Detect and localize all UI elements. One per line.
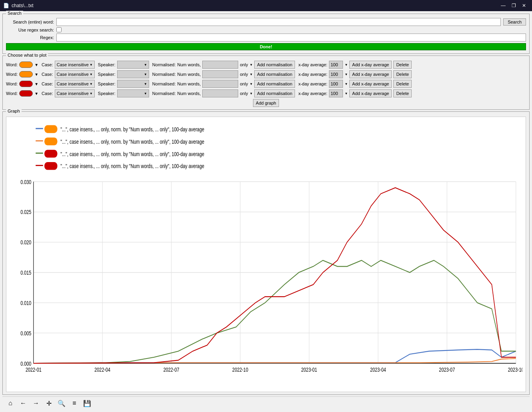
svg-text:"...", case insens., ... only,: "...", case insens., ... only, norm. by … [60,127,204,133]
plot-group-label: Choose what to plot [6,53,48,57]
add-norm-btn-1[interactable]: Add normalisation [254,61,295,69]
add-norm-btn-3[interactable]: Add normalisation [254,80,295,88]
xday-arrow-4[interactable]: ▼ [345,92,348,95]
add-xday-btn-1[interactable]: Add x-day average [349,61,392,69]
xday-input-2[interactable] [329,70,343,78]
maximize-button[interactable]: ❐ [509,2,518,10]
xday-input-1[interactable] [329,61,343,69]
svg-text:2022-07: 2022-07 [163,367,179,373]
word-pill-3[interactable] [19,81,33,87]
word-pill-4[interactable] [19,90,33,97]
norm-suffix-2: only [240,72,248,77]
word-arrow-3[interactable]: ▼ [34,82,38,86]
plot-row-4: Word: ▼ Case: Case insensitive▼ Speaker:… [6,89,526,97]
svg-rect-39 [44,150,58,158]
delete-btn-1[interactable]: Delete [393,61,412,69]
norm-suffix-3: only [240,81,248,86]
progress-text: Done! [260,44,272,49]
xday-arrow-2[interactable]: ▼ [345,73,348,76]
close-button[interactable]: ✕ [519,2,529,10]
norm-arrow-4[interactable]: ▼ [249,92,253,95]
word-pill-1[interactable] [19,61,33,68]
plot-rows-container: Word: ▼ Case: Case insensitive▼ Speaker:… [6,61,526,97]
speaker-dropdown-4[interactable]: ▼ [117,89,149,97]
xday-arrow-3[interactable]: ▼ [345,82,348,86]
regex-checkbox-label: Use regex search: [6,28,54,32]
svg-text:0.015: 0.015 [20,270,31,276]
word-pill-2[interactable] [19,71,33,77]
search-word-label: Search (entire) word: [6,20,54,24]
svg-text:2023-10: 2023-10 [508,367,522,373]
add-graph-button[interactable]: Add graph [253,99,279,107]
home-button[interactable]: ⌂ [6,398,15,408]
search-button[interactable]: Search [503,18,526,26]
norm-prefix-3: Num words, [177,81,201,86]
xday-input-4[interactable] [329,89,343,97]
norm-arrow-1[interactable]: ▼ [249,63,253,67]
norm-suffix-1: only [240,62,248,67]
norm-label-3: Normalised: [152,81,176,86]
word-arrow-1[interactable]: ▼ [34,63,38,67]
delete-btn-2[interactable]: Delete [393,70,412,78]
xday-label-3: x-day average: [298,81,327,86]
svg-text:0.030: 0.030 [20,179,31,185]
norm-input-3[interactable] [202,80,238,88]
case-label-3: Case: [42,81,53,86]
delete-btn-4[interactable]: Delete [393,89,412,97]
regex-checkbox[interactable] [56,27,62,32]
plot-row-2: Word: ▼ Case: Case insensitive▼ Speaker:… [6,70,526,78]
svg-text:2023-07: 2023-07 [439,367,455,373]
title-bar-controls: — ❐ ✕ [498,2,529,10]
word-label-4: Word: [6,91,18,96]
regex-input[interactable] [56,34,526,42]
norm-arrow-3[interactable]: ▼ [249,82,253,86]
svg-text:"...", case insens., ... only,: "...", case insens., ... only, norm. by … [60,151,204,157]
zoom-button[interactable]: 🔍 [57,398,66,408]
add-norm-btn-2[interactable]: Add normalisation [254,70,295,78]
svg-rect-42 [44,162,58,170]
svg-text:"...", case insens., ... only,: "...", case insens., ... only, norm. by … [60,163,204,170]
svg-text:0.025: 0.025 [20,209,31,216]
word-arrow-2[interactable]: ▼ [34,72,38,77]
move-button[interactable]: ✛ [44,398,54,408]
forward-button[interactable]: → [31,398,41,408]
add-xday-btn-4[interactable]: Add x-day average [349,89,392,97]
svg-text:2023-04: 2023-04 [370,367,386,373]
word-arrow-4[interactable]: ▼ [34,91,38,96]
svg-text:0.020: 0.020 [20,240,31,246]
search-word-input[interactable] [56,18,501,26]
svg-text:2022-04: 2022-04 [94,367,110,373]
norm-input-4[interactable] [202,89,238,97]
norm-prefix-4: Num words, [177,91,201,96]
config-button[interactable]: ≡ [70,398,79,408]
case-dropdown-2[interactable]: Case insensitive▼ [55,70,95,78]
speaker-label-1: Speaker: [98,62,116,67]
graph-group-label: Graph [6,109,22,113]
norm-arrow-2[interactable]: ▼ [249,73,253,76]
case-dropdown-4[interactable]: Case insensitive▼ [55,89,95,97]
norm-prefix-2: Num words, [177,72,201,77]
svg-rect-36 [44,137,58,145]
svg-text:0.000: 0.000 [20,360,31,367]
norm-prefix-1: Num words, [177,62,201,67]
xday-input-3[interactable] [329,80,343,88]
search-group: Search Search (entire) word: Search Use … [2,14,530,54]
delete-btn-3[interactable]: Delete [393,80,412,88]
minimize-button[interactable]: — [498,2,508,10]
case-dropdown-1[interactable]: Case insensitive▼ [55,61,95,69]
add-xday-btn-2[interactable]: Add x-day average [349,70,392,78]
xday-arrow-1[interactable]: ▼ [345,63,348,67]
norm-input-1[interactable] [202,61,238,69]
add-norm-btn-4[interactable]: Add normalisation [254,89,295,97]
save-button[interactable]: 💾 [82,398,92,408]
speaker-dropdown-2[interactable]: ▼ [117,70,149,78]
speaker-dropdown-1[interactable]: ▼ [117,61,149,69]
speaker-dropdown-3[interactable]: ▼ [117,80,149,88]
add-xday-btn-3[interactable]: Add x-day average [349,80,392,88]
norm-input-2[interactable] [202,70,238,78]
graph-inner: 0.0300.0250.0200.0150.0100.0050.0002022-… [6,117,526,392]
title-bar: 📄 chats\...txt — ❐ ✕ [0,0,532,11]
xday-label-4: x-day average: [298,91,327,96]
case-dropdown-3[interactable]: Case insensitive▼ [55,80,95,88]
back-button[interactable]: ← [18,398,28,408]
